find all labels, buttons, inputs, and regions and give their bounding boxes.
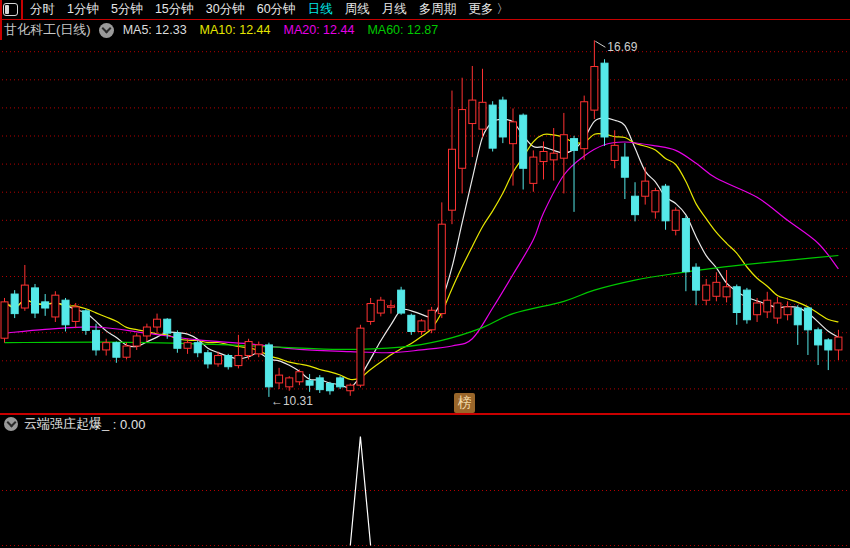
ma-label: MA60: 12.87 xyxy=(367,23,438,37)
candle-up xyxy=(448,149,455,210)
menu-item-30分钟[interactable]: 30分钟 xyxy=(206,0,245,19)
candle-up xyxy=(469,100,476,123)
menu-item-月线[interactable]: 月线 xyxy=(382,0,407,19)
candle-down xyxy=(225,356,232,367)
menu-item-分时[interactable]: 分时 xyxy=(30,0,55,19)
candle-up xyxy=(123,346,130,357)
high-price-annotation: 16.69 xyxy=(607,40,637,54)
candle-up xyxy=(184,343,191,349)
candle-down xyxy=(794,308,801,325)
candle-up xyxy=(245,342,252,356)
candle-up xyxy=(591,67,598,111)
candle-up xyxy=(550,153,557,160)
candle-down xyxy=(398,290,405,313)
chevron-down-icon[interactable] xyxy=(4,417,18,431)
indicator-spike xyxy=(350,437,370,546)
chevron-down-icon[interactable] xyxy=(99,23,114,38)
candle-up xyxy=(764,300,771,312)
candle-up xyxy=(255,345,262,354)
candle-down xyxy=(682,219,689,272)
candle-down xyxy=(11,294,18,314)
symbol-title: 甘化科工(日线) xyxy=(4,21,91,39)
candle-down xyxy=(601,63,608,137)
candle-up xyxy=(642,181,649,196)
indicator-name: 云端强庄起爆_ xyxy=(24,415,109,433)
candle-up xyxy=(154,319,161,327)
left-edge-line xyxy=(0,0,2,40)
timeframe-menu-items: 分时1分钟5分钟15分钟30分钟60分钟日线周线月线多周期更多 〉 xyxy=(30,0,509,19)
ma-line-ma60 xyxy=(5,256,839,350)
menu-item-60分钟[interactable]: 60分钟 xyxy=(257,0,296,19)
candle-down xyxy=(804,308,811,330)
candle-up xyxy=(72,307,79,322)
candlestick-chart[interactable]: 16.69←10.31 xyxy=(0,0,850,548)
candle-up xyxy=(560,135,567,158)
candle-up xyxy=(703,285,710,300)
candle-down xyxy=(733,287,740,313)
candle-up xyxy=(438,224,445,313)
ma-value-labels: MA5: 12.33MA10: 12.44MA20: 12.44MA60: 12… xyxy=(123,23,439,37)
candle-down xyxy=(632,196,639,214)
candle-up xyxy=(479,102,486,129)
menu-item-15分钟[interactable]: 15分钟 xyxy=(155,0,194,19)
low-price-annotation: ←10.31 xyxy=(271,394,313,408)
candle-up xyxy=(347,385,354,391)
menu-item-1分钟[interactable]: 1分钟 xyxy=(67,0,99,19)
ma-label: MA10: 12.44 xyxy=(200,23,271,37)
candle-up xyxy=(235,356,242,366)
candle-up xyxy=(387,306,394,308)
candle-down xyxy=(62,300,69,325)
candle-up xyxy=(540,151,547,161)
menu-item-更多 〉[interactable]: 更多 〉 xyxy=(468,0,509,19)
candle-down xyxy=(82,311,89,331)
candle-down xyxy=(306,381,313,385)
candle-down xyxy=(164,319,171,333)
timeframe-menubar: 分时1分钟5分钟15分钟30分钟60分钟日线周线月线多周期更多 〉 xyxy=(0,0,850,20)
candle-down xyxy=(825,340,832,350)
candle-up xyxy=(367,304,374,322)
candle-down xyxy=(520,115,527,168)
ma-label: MA5: 12.33 xyxy=(123,23,187,37)
candle-up xyxy=(530,157,537,183)
candle-up xyxy=(143,327,150,336)
candle-up xyxy=(296,372,303,382)
candle-down xyxy=(174,333,181,348)
candle-down xyxy=(489,105,496,148)
candle-up xyxy=(510,122,517,144)
candle-up xyxy=(377,300,384,313)
layout-icon[interactable] xyxy=(3,3,18,16)
candle-down xyxy=(204,353,211,364)
menu-item-周线[interactable]: 周线 xyxy=(345,0,370,19)
candle-up xyxy=(723,287,730,297)
candle-down xyxy=(693,267,700,290)
candle-up xyxy=(357,328,364,385)
candle-up xyxy=(133,336,140,346)
candle-up xyxy=(835,337,842,350)
ma-label: MA20: 12.44 xyxy=(284,23,355,37)
candle-down xyxy=(265,345,272,387)
candle-up xyxy=(418,321,425,332)
candle-up xyxy=(1,302,8,338)
candle-up xyxy=(276,375,283,383)
candle-down xyxy=(93,330,100,350)
menu-item-多周期[interactable]: 多周期 xyxy=(419,0,457,19)
candle-up xyxy=(52,295,59,317)
candle-down xyxy=(326,383,333,390)
rank-badge[interactable]: 榜 xyxy=(454,393,475,413)
layout-icon-fill xyxy=(5,5,9,14)
candle-up xyxy=(21,285,28,308)
candle-down xyxy=(662,186,669,221)
candle-down xyxy=(337,378,344,387)
candle-up xyxy=(713,282,720,296)
candle-down xyxy=(316,378,323,390)
candle-down xyxy=(499,100,506,137)
panel-divider-line xyxy=(0,413,850,415)
candle-down xyxy=(113,343,120,358)
candle-down xyxy=(743,290,750,320)
candle-up xyxy=(754,303,761,315)
candle-up xyxy=(215,356,222,364)
candle-up xyxy=(784,307,791,315)
menu-item-5分钟[interactable]: 5分钟 xyxy=(111,0,143,19)
menu-item-日线[interactable]: 日线 xyxy=(308,0,333,19)
candle-down xyxy=(621,157,628,177)
